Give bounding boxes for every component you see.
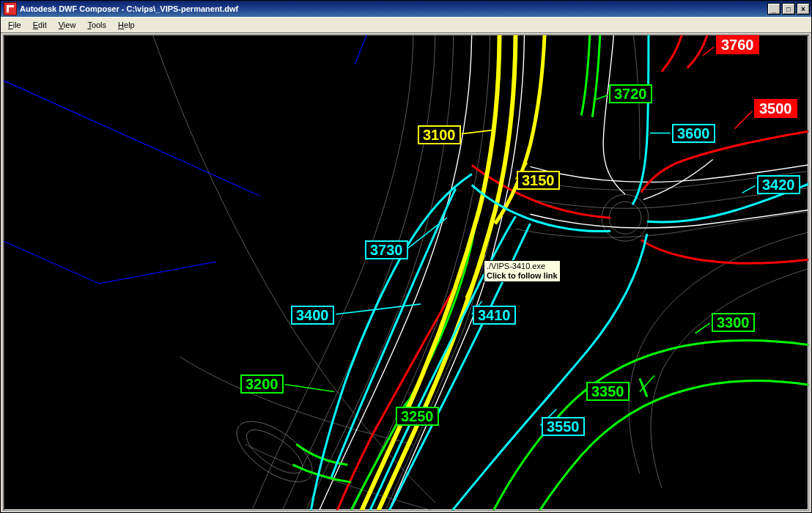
route-label-3420[interactable]: 3420 xyxy=(757,175,800,194)
link-tooltip: ./VIPS-3410.exe Click to follow link xyxy=(484,260,561,282)
titlebar[interactable]: Autodesk DWF Composer - C:\vips\_VIPS-pe… xyxy=(1,1,811,17)
route-label-3730[interactable]: 3730 xyxy=(365,240,408,259)
tooltip-line2: Click to follow link xyxy=(487,271,558,281)
close-button[interactable]: × xyxy=(797,3,810,15)
layer-blue xyxy=(4,35,369,284)
route-label-3760[interactable]: 3760 xyxy=(716,35,759,54)
route-label-3600[interactable]: 3600 xyxy=(672,124,715,143)
application-window: Autodesk DWF Composer - C:\vips\_VIPS-pe… xyxy=(0,0,812,513)
route-label-3100[interactable]: 3100 xyxy=(418,125,461,144)
drawing-canvas[interactable]: 3100 3150 3720 3760 3500 3600 3420 3730 … xyxy=(3,34,809,511)
route-label-3400[interactable]: 3400 xyxy=(291,306,334,325)
window-title: Autodesk DWF Composer - C:\vips\_VIPS-pe… xyxy=(20,4,767,13)
route-label-3250[interactable]: 3250 xyxy=(396,407,439,426)
menu-file[interactable]: File xyxy=(4,20,26,30)
menu-edit[interactable]: Edit xyxy=(29,20,51,30)
route-label-3350[interactable]: 3350 xyxy=(586,382,630,401)
route-label-3200[interactable]: 3200 xyxy=(240,374,284,394)
svg-point-1 xyxy=(609,202,641,234)
layer-contours xyxy=(150,35,808,510)
menu-help[interactable]: Help xyxy=(114,20,139,30)
window-controls: _ □ × xyxy=(767,3,810,15)
svg-point-2 xyxy=(240,422,309,481)
route-label-3550[interactable]: 3550 xyxy=(542,417,585,436)
menu-view[interactable]: View xyxy=(54,20,81,30)
route-label-3720[interactable]: 3720 xyxy=(609,84,652,103)
drawing-svg xyxy=(4,35,808,510)
menubar: File Edit View Tools Help xyxy=(1,17,811,33)
menu-tools[interactable]: Tools xyxy=(83,20,111,30)
layer-leaders xyxy=(285,47,756,425)
app-icon xyxy=(4,2,17,15)
maximize-button[interactable]: □ xyxy=(782,3,795,15)
layer-red xyxy=(334,35,808,510)
route-label-3300[interactable]: 3300 xyxy=(712,313,755,332)
minimize-button[interactable]: _ xyxy=(767,3,780,15)
route-label-3500[interactable]: 3500 xyxy=(754,99,797,118)
tooltip-line1: ./VIPS-3410.exe xyxy=(487,262,558,271)
route-label-3410[interactable]: 3410 xyxy=(473,306,516,325)
route-label-3150[interactable]: 3150 xyxy=(517,171,560,190)
